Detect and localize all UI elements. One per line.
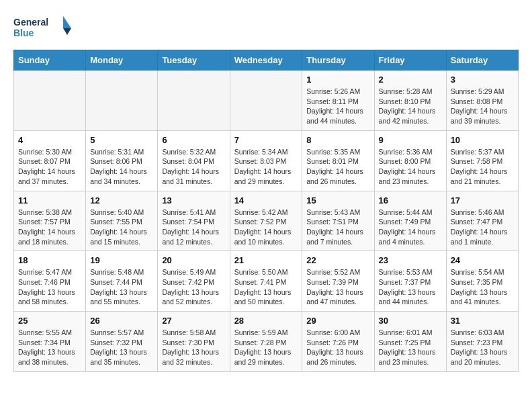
calendar-day-cell: 9Sunrise: 5:36 AM Sunset: 8:00 PM Daylig… xyxy=(374,130,446,191)
svg-marker-2 xyxy=(63,16,71,28)
calendar-day-cell xyxy=(158,71,230,131)
calendar-day-cell: 3Sunrise: 5:29 AM Sunset: 8:08 PM Daylig… xyxy=(446,71,518,131)
day-info: Sunrise: 5:43 AM Sunset: 7:51 PM Dayligh… xyxy=(306,208,369,247)
day-number: 22 xyxy=(306,255,369,265)
day-number: 12 xyxy=(90,195,153,205)
day-info: Sunrise: 5:35 AM Sunset: 8:01 PM Dayligh… xyxy=(306,147,369,187)
day-of-week-header: Thursday xyxy=(302,50,374,71)
page-header: General Blue xyxy=(13,13,519,43)
day-info: Sunrise: 5:41 AM Sunset: 7:54 PM Dayligh… xyxy=(162,208,225,247)
day-number: 8 xyxy=(306,135,369,145)
day-of-week-header: Friday xyxy=(374,50,446,71)
svg-text:Blue: Blue xyxy=(13,28,34,38)
day-number: 18 xyxy=(18,255,81,265)
calendar-table: SundayMondayTuesdayWednesdayThursdayFrid… xyxy=(13,50,519,372)
day-info: Sunrise: 5:54 AM Sunset: 7:35 PM Dayligh… xyxy=(451,267,514,307)
calendar-day-cell: 26Sunrise: 5:57 AM Sunset: 7:32 PM Dayli… xyxy=(86,312,158,372)
day-info: Sunrise: 5:44 AM Sunset: 7:49 PM Dayligh… xyxy=(379,208,442,247)
day-number: 31 xyxy=(451,316,514,326)
day-info: Sunrise: 5:58 AM Sunset: 7:30 PM Dayligh… xyxy=(162,328,225,367)
calendar-week-row: 1Sunrise: 5:26 AM Sunset: 8:11 PM Daylig… xyxy=(14,71,519,131)
day-of-week-header: Wednesday xyxy=(230,50,302,71)
calendar-day-cell: 18Sunrise: 5:47 AM Sunset: 7:46 PM Dayli… xyxy=(14,251,86,312)
calendar-day-cell: 8Sunrise: 5:35 AM Sunset: 8:01 PM Daylig… xyxy=(302,130,374,191)
day-info: Sunrise: 6:01 AM Sunset: 7:25 PM Dayligh… xyxy=(379,328,442,367)
calendar-day-cell: 2Sunrise: 5:28 AM Sunset: 8:10 PM Daylig… xyxy=(374,71,446,131)
calendar-day-cell xyxy=(86,71,158,131)
day-number: 9 xyxy=(379,135,442,145)
day-number: 16 xyxy=(379,195,442,205)
calendar-day-cell: 20Sunrise: 5:49 AM Sunset: 7:42 PM Dayli… xyxy=(158,251,230,312)
day-of-week-header: Sunday xyxy=(14,50,86,71)
day-number: 27 xyxy=(162,316,225,326)
calendar-day-cell: 5Sunrise: 5:31 AM Sunset: 8:06 PM Daylig… xyxy=(86,130,158,191)
day-number: 3 xyxy=(451,75,514,85)
day-of-week-header: Tuesday xyxy=(158,50,230,71)
day-of-week-header: Saturday xyxy=(446,50,518,71)
day-number: 14 xyxy=(234,195,298,205)
day-info: Sunrise: 5:59 AM Sunset: 7:28 PM Dayligh… xyxy=(234,328,298,367)
day-info: Sunrise: 5:40 AM Sunset: 7:55 PM Dayligh… xyxy=(90,208,153,247)
day-number: 17 xyxy=(451,195,514,205)
day-number: 15 xyxy=(306,195,369,205)
day-info: Sunrise: 5:28 AM Sunset: 8:10 PM Dayligh… xyxy=(379,87,442,126)
day-number: 6 xyxy=(162,135,225,145)
day-number: 5 xyxy=(90,135,153,145)
calendar-day-cell: 31Sunrise: 6:03 AM Sunset: 7:23 PM Dayli… xyxy=(446,312,518,372)
day-number: 1 xyxy=(306,75,369,85)
day-info: Sunrise: 5:37 AM Sunset: 7:58 PM Dayligh… xyxy=(451,147,514,187)
calendar-day-cell: 15Sunrise: 5:43 AM Sunset: 7:51 PM Dayli… xyxy=(302,191,374,251)
calendar-day-cell: 4Sunrise: 5:30 AM Sunset: 8:07 PM Daylig… xyxy=(14,130,86,191)
day-info: Sunrise: 5:34 AM Sunset: 8:03 PM Dayligh… xyxy=(234,147,298,187)
day-number: 13 xyxy=(162,195,225,205)
day-info: Sunrise: 5:53 AM Sunset: 7:37 PM Dayligh… xyxy=(379,267,442,307)
day-number: 10 xyxy=(451,135,514,145)
generalblue-logo-icon: General Blue xyxy=(13,13,74,43)
calendar-week-row: 4Sunrise: 5:30 AM Sunset: 8:07 PM Daylig… xyxy=(14,130,519,191)
calendar-day-cell: 14Sunrise: 5:42 AM Sunset: 7:52 PM Dayli… xyxy=(230,191,302,251)
calendar-day-cell: 23Sunrise: 5:53 AM Sunset: 7:37 PM Dayli… xyxy=(374,251,446,312)
calendar-day-cell: 10Sunrise: 5:37 AM Sunset: 7:58 PM Dayli… xyxy=(446,130,518,191)
calendar-day-cell: 21Sunrise: 5:50 AM Sunset: 7:41 PM Dayli… xyxy=(230,251,302,312)
calendar-day-cell: 29Sunrise: 6:00 AM Sunset: 7:26 PM Dayli… xyxy=(302,312,374,372)
day-number: 30 xyxy=(379,316,442,326)
day-info: Sunrise: 5:32 AM Sunset: 8:04 PM Dayligh… xyxy=(162,147,225,187)
day-info: Sunrise: 6:03 AM Sunset: 7:23 PM Dayligh… xyxy=(451,328,514,367)
day-number: 20 xyxy=(162,255,225,265)
calendar-week-row: 25Sunrise: 5:55 AM Sunset: 7:34 PM Dayli… xyxy=(14,312,519,372)
calendar-day-cell: 25Sunrise: 5:55 AM Sunset: 7:34 PM Dayli… xyxy=(14,312,86,372)
calendar-day-cell: 30Sunrise: 6:01 AM Sunset: 7:25 PM Dayli… xyxy=(374,312,446,372)
calendar-day-cell: 7Sunrise: 5:34 AM Sunset: 8:03 PM Daylig… xyxy=(230,130,302,191)
day-number: 21 xyxy=(234,255,298,265)
day-info: Sunrise: 5:48 AM Sunset: 7:44 PM Dayligh… xyxy=(90,267,153,307)
calendar-day-cell: 22Sunrise: 5:52 AM Sunset: 7:39 PM Dayli… xyxy=(302,251,374,312)
day-number: 24 xyxy=(451,255,514,265)
day-info: Sunrise: 5:52 AM Sunset: 7:39 PM Dayligh… xyxy=(306,267,369,307)
calendar-day-cell: 1Sunrise: 5:26 AM Sunset: 8:11 PM Daylig… xyxy=(302,71,374,131)
calendar-day-cell: 6Sunrise: 5:32 AM Sunset: 8:04 PM Daylig… xyxy=(158,130,230,191)
logo: General Blue xyxy=(13,13,74,43)
day-number: 28 xyxy=(234,316,298,326)
day-info: Sunrise: 5:46 AM Sunset: 7:47 PM Dayligh… xyxy=(451,208,514,247)
day-info: Sunrise: 5:42 AM Sunset: 7:52 PM Dayligh… xyxy=(234,208,298,247)
calendar-day-cell xyxy=(14,71,86,131)
calendar-day-cell: 17Sunrise: 5:46 AM Sunset: 7:47 PM Dayli… xyxy=(446,191,518,251)
calendar-week-row: 11Sunrise: 5:38 AM Sunset: 7:57 PM Dayli… xyxy=(14,191,519,251)
day-info: Sunrise: 5:31 AM Sunset: 8:06 PM Dayligh… xyxy=(90,147,153,187)
day-info: Sunrise: 5:29 AM Sunset: 8:08 PM Dayligh… xyxy=(451,87,514,126)
day-info: Sunrise: 5:47 AM Sunset: 7:46 PM Dayligh… xyxy=(18,267,81,307)
svg-marker-3 xyxy=(63,28,71,35)
day-number: 25 xyxy=(18,316,81,326)
day-of-week-header: Monday xyxy=(86,50,158,71)
calendar-day-cell: 12Sunrise: 5:40 AM Sunset: 7:55 PM Dayli… xyxy=(86,191,158,251)
calendar-day-cell: 24Sunrise: 5:54 AM Sunset: 7:35 PM Dayli… xyxy=(446,251,518,312)
day-info: Sunrise: 5:38 AM Sunset: 7:57 PM Dayligh… xyxy=(18,208,81,247)
day-number: 4 xyxy=(18,135,81,145)
day-number: 23 xyxy=(379,255,442,265)
calendar-day-cell: 16Sunrise: 5:44 AM Sunset: 7:49 PM Dayli… xyxy=(374,191,446,251)
day-number: 29 xyxy=(306,316,369,326)
day-number: 7 xyxy=(234,135,298,145)
day-info: Sunrise: 5:30 AM Sunset: 8:07 PM Dayligh… xyxy=(18,147,81,187)
day-number: 11 xyxy=(18,195,81,205)
calendar-day-cell: 19Sunrise: 5:48 AM Sunset: 7:44 PM Dayli… xyxy=(86,251,158,312)
